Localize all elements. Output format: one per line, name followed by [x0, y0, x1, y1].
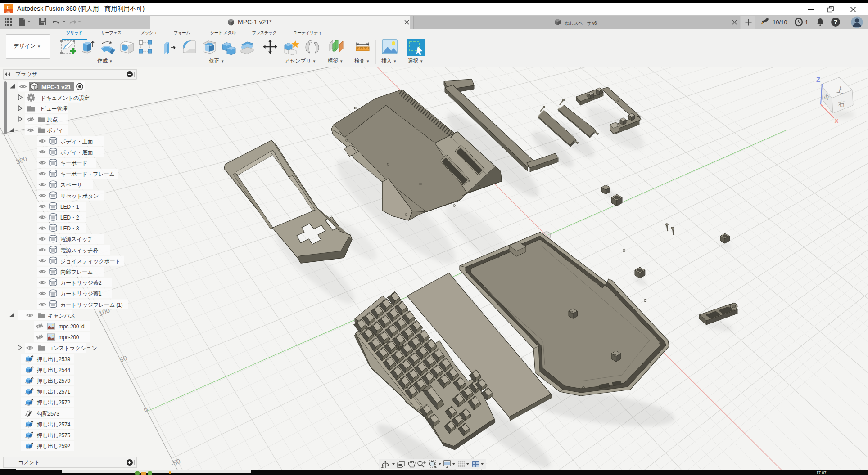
svg-text:MPC-1 v21: MPC-1 v21	[41, 84, 71, 90]
svg-text:LED・3: LED・3	[60, 225, 79, 232]
svg-text:押し出し2544: 押し出し2544	[36, 367, 71, 373]
svg-text:360: 360	[6, 10, 10, 13]
svg-text:押し出し2571: 押し出し2571	[36, 389, 71, 395]
svg-text:リセットボタン: リセットボタン	[60, 193, 99, 199]
svg-text:コメント: コメント	[18, 459, 40, 466]
svg-text:ブラウザ: ブラウザ	[15, 71, 37, 77]
svg-text:キーボード: キーボード	[60, 160, 87, 166]
svg-text:勾配2573: 勾配2573	[37, 411, 59, 417]
svg-text:押し出し2575: 押し出し2575	[36, 432, 71, 439]
svg-text:ドキュメントの設定: ドキュメントの設定	[41, 95, 90, 101]
svg-text:キャンバス: キャンバス	[48, 313, 75, 319]
svg-text:X: X	[834, 117, 839, 125]
svg-text:右: 右	[837, 99, 845, 108]
svg-text:LED・1: LED・1	[60, 204, 79, 210]
svg-text:カートリッジ蓋1: カートリッジ蓋1	[60, 291, 102, 297]
svg-text:押し出し2592: 押し出し2592	[36, 443, 71, 449]
svg-text:内部フレーム: 内部フレーム	[60, 269, 93, 275]
svg-text:Z: Z	[816, 76, 820, 83]
svg-text:押し出し2572: 押し出し2572	[36, 399, 71, 406]
svg-text:mpc-200 ld: mpc-200 ld	[59, 323, 84, 330]
svg-text:LED・2: LED・2	[60, 215, 79, 221]
svg-text:ビュー管理: ビュー管理	[41, 106, 68, 112]
svg-text:mpc-200: mpc-200	[59, 334, 79, 341]
svg-text:押し出し2570: 押し出し2570	[36, 378, 71, 384]
svg-text:電源スイッチ枠: 電源スイッチ枠	[60, 247, 98, 254]
svg-text:カートリッジフレーム (1): カートリッジフレーム (1)	[60, 302, 122, 308]
svg-text:ボディ: ボディ	[47, 127, 63, 134]
svg-text:スペーサ: スペーサ	[60, 182, 82, 188]
svg-text:キーボード・フレーム: キーボード・フレーム	[60, 171, 115, 177]
svg-text:コンストラクション: コンストラクション	[48, 345, 97, 351]
svg-text:ボディ・底面: ボディ・底面	[60, 149, 93, 156]
svg-text:カートリッジ蓋2: カートリッジ蓋2	[60, 280, 102, 286]
svg-text:原点: 原点	[47, 117, 58, 123]
svg-text:ジョイスティックポート: ジョイスティックポート	[60, 258, 121, 264]
svg-text:?: ?	[834, 18, 838, 26]
svg-text:押し出し2574: 押し出し2574	[36, 421, 71, 428]
svg-text:電源スイッチ: 電源スイッチ	[60, 236, 93, 242]
svg-text:F: F	[7, 5, 10, 10]
svg-text:ボディ・上面: ボディ・上面	[60, 139, 93, 145]
svg-text:押し出し2539: 押し出し2539	[36, 356, 71, 363]
